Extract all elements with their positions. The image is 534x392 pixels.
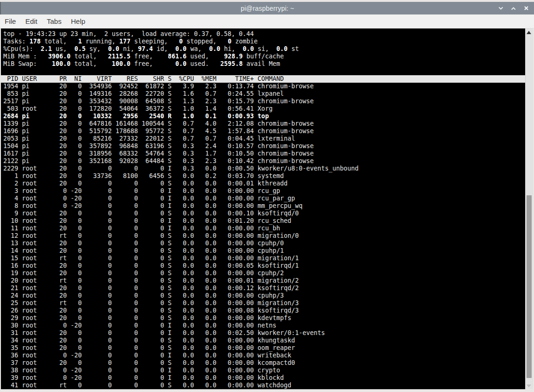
scrollbar[interactable] (525, 29, 533, 389)
process-row: 2684 pi 20 0 10332 2956 2540 R 1.0 0.1 0… (3, 113, 526, 120)
menu-tabs[interactable]: Tabs (42, 17, 66, 25)
process-row: 1 root 20 0 33736 8100 6456 S 0.0 0.2 0:… (3, 172, 526, 180)
process-row: 10 root 20 0 0 0 0 I 0.0 0.0 0:01.20 rcu… (3, 217, 526, 225)
process-row: 19 root 20 0 0 0 0 S 0.0 0.0 0:00.00 cpu… (3, 270, 526, 277)
process-row: 4 root 0 -20 0 0 0 I 0.0 0.0 0:00.00 rcu… (3, 195, 526, 202)
process-row: 2229 root 20 0 0 0 0 I 0.3 0.0 0:00.50 k… (3, 165, 526, 172)
summary-line: MiB Swap: 100.0 total, 100.0 free, 0.0 u… (3, 60, 526, 68)
process-row: 1504 pi 20 0 357892 96848 63196 S 0.3 2.… (3, 143, 526, 150)
scroll-down-arrow-icon[interactable] (527, 385, 531, 387)
process-row: 14 root 20 0 0 0 0 S 0.0 0.0 0:00.00 cpu… (3, 247, 526, 255)
close-icon (524, 6, 529, 11)
process-row: 36 root 0 -20 0 0 0 I 0.0 0.0 0:00.00 wr… (3, 352, 526, 359)
process-row: 3 root 0 -20 0 0 0 I 0.0 0.0 0:00.00 rcu… (3, 187, 526, 195)
process-row: 2122 pi 20 0 352168 92028 64484 S 0.3 2.… (3, 157, 526, 165)
scrollbar-thumb[interactable] (527, 195, 532, 378)
window-controls (498, 2, 529, 14)
menu-file[interactable]: File (0, 17, 21, 25)
process-row: 39 root 0 -20 0 0 0 I 0.0 0.0 0:00.00 kb… (3, 374, 526, 382)
process-row: 11 root 20 0 0 0 0 I 0.0 0.0 0:00.00 rcu… (3, 225, 526, 232)
scroll-up-arrow-icon[interactable] (527, 31, 531, 34)
process-row: 34 root 20 0 0 0 0 S 0.0 0.0 0:00.00 khu… (3, 337, 526, 344)
menu-help[interactable]: Help (66, 17, 90, 25)
process-row: 13 root 20 0 0 0 0 S 0.0 0.0 0:00.00 cpu… (3, 240, 526, 247)
process-row: 21 root 20 0 0 0 0 S 0.0 0.0 0:00.12 kso… (3, 285, 526, 292)
minimize-button[interactable] (498, 5, 504, 12)
close-button[interactable] (523, 5, 529, 12)
process-row: 35 root 20 0 0 0 0 S 0.0 0.0 0:00.00 oom… (3, 344, 526, 352)
process-row: 29 root 20 0 0 0 0 S 0.0 0.0 0:00.00 kde… (3, 314, 526, 322)
process-row: 20 root rt 0 0 0 0 S 0.0 0.0 0:00.01 mig… (3, 277, 526, 285)
process-row: 12 root rt 0 0 0 0 S 0.0 0.0 0:00.00 mig… (3, 232, 526, 240)
summary-line: MiB Mem : 3906.0 total, 2115.5 free, 861… (3, 53, 526, 60)
menubar: File Edit Tabs Help (0, 14, 534, 29)
terminal-window: pi@raspberrypi: ~ File Edit Tabs Help to… (0, 0, 534, 392)
process-row: 30 root 0 -20 0 0 0 I 0.0 0.0 0:00.00 ne… (3, 322, 526, 329)
chevron-up-icon (511, 7, 516, 10)
process-row: 38 root 0 -20 0 0 0 I 0.0 0.0 0:00.00 cr… (3, 367, 526, 374)
titlebar[interactable]: pi@raspberrypi: ~ (0, 2, 534, 14)
process-row: 2053 pi 20 0 85216 27332 22012 S 0.7 0.7… (3, 135, 526, 143)
blank-line (3, 68, 526, 75)
process-row: 853 pi 20 0 149316 28268 22720 S 1.6 0.7… (3, 90, 526, 98)
process-row: 1617 pi 20 0 318956 68332 54764 S 0.3 1.… (3, 150, 526, 157)
summary-line: Tasks: 178 total, 1 running, 177 sleepin… (3, 38, 526, 45)
process-row: 1954 pi 20 0 354936 92452 61872 S 3.9 2.… (3, 83, 526, 90)
process-row: 503 root 20 0 172820 54064 36372 S 1.0 1… (3, 105, 526, 113)
terminal-text: top - 19:43:23 up 23 min, 2 users, load … (1, 29, 526, 389)
chevron-down-icon (498, 7, 504, 10)
process-row: 31 root 20 0 0 0 0 I 0.0 0.0 0:02.50 kwo… (3, 329, 526, 337)
process-row: 2 root 20 0 0 0 0 S 0.0 0.0 0:00.01 kthr… (3, 180, 526, 187)
process-row: 1339 pi 20 0 647816 161468 100544 S 0.7 … (3, 120, 526, 128)
process-row: 25 root rt 0 0 0 0 S 0.0 0.0 0:00.00 mig… (3, 299, 526, 307)
process-row: 41 root rt 0 0 0 0 S 0.0 0.0 0:00.00 wat… (3, 382, 526, 389)
process-row: 15 root rt 0 0 0 0 S 0.0 0.0 0:00.00 mig… (3, 255, 526, 262)
terminal-screen[interactable]: top - 19:43:23 up 23 min, 2 users, load … (1, 29, 533, 389)
process-row: 26 root 20 0 0 0 0 S 0.0 0.0 0:00.08 kso… (3, 307, 526, 314)
menu-edit[interactable]: Edit (21, 17, 42, 25)
window-title: pi@raspberrypi: ~ (241, 5, 294, 12)
process-row: 24 root 20 0 0 0 0 S 0.0 0.0 0:00.00 cpu… (3, 292, 526, 299)
summary-line: top - 19:43:23 up 23 min, 2 users, load … (3, 30, 526, 38)
process-row: 37 root 20 0 0 0 0 S 0.0 0.0 0:00.00 kco… (3, 359, 526, 367)
process-row: 9 root 20 0 0 0 0 S 0.0 0.0 0:00.10 ksof… (3, 210, 526, 217)
process-row: 8 root 0 -20 0 0 0 I 0.0 0.0 0:00.00 mm_… (3, 202, 526, 210)
maximize-button[interactable] (510, 5, 517, 12)
process-row: 2517 pi 20 0 353432 90008 64508 S 1.3 2.… (3, 98, 526, 105)
process-row: 1696 pi 20 0 515792 178688 95772 S 0.7 4… (3, 128, 526, 135)
summary-line: %Cpu(s): 2.1 us, 0.5 sy, 0.0 ni, 97.4 id… (3, 45, 526, 53)
process-row: 16 root 20 0 0 0 0 S 0.0 0.0 0:00.05 kso… (3, 262, 526, 270)
table-header: PID USER PR NI VIRT RES SHR S %CPU %MEM … (1, 75, 526, 83)
